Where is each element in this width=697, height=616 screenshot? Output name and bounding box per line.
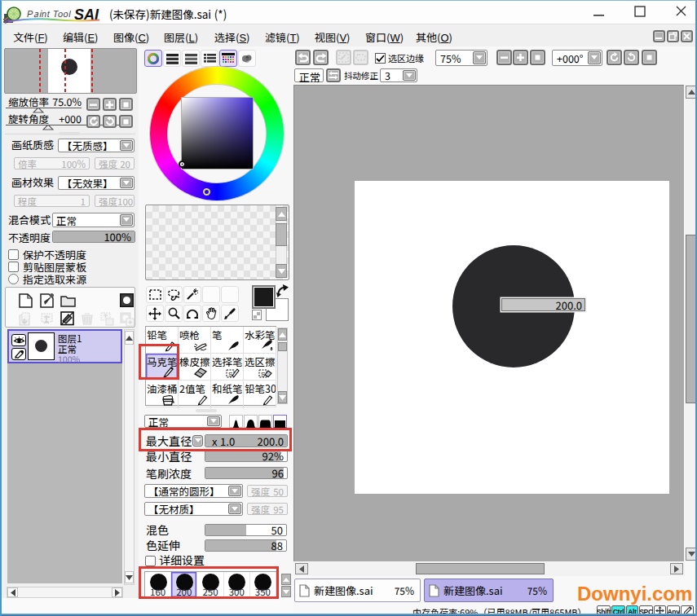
svg-text:S: S xyxy=(228,369,232,378)
svg-text:S: S xyxy=(261,369,265,378)
